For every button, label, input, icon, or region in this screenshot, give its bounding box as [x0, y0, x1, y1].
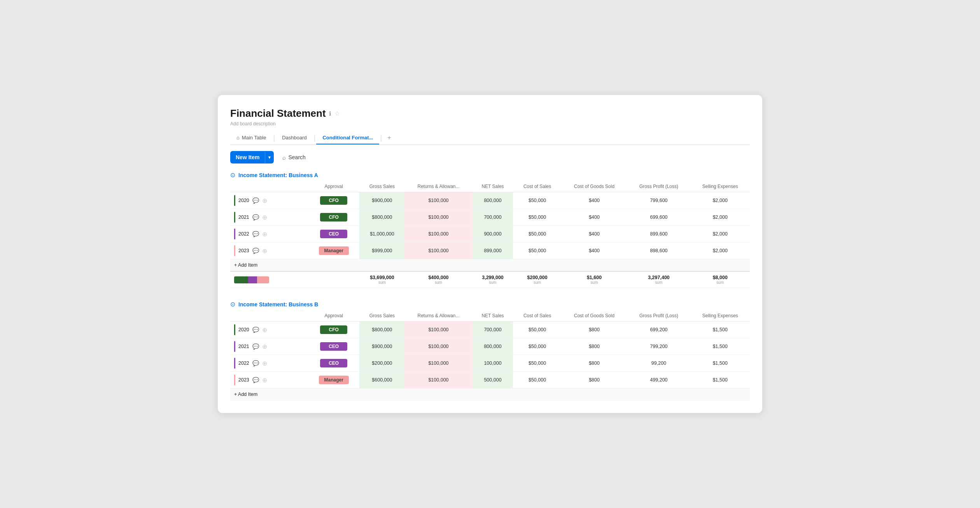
cell-selling-exp: $1,500: [691, 322, 750, 338]
table-row: 2020 💬 ⊕ CFO $800,000 $100,000 700,000 $…: [230, 322, 750, 338]
cell-year: 2022 💬 ⊕: [230, 226, 308, 243]
cell-year: 2020 💬 ⊕: [230, 192, 308, 209]
board-description[interactable]: Add board description: [230, 121, 750, 127]
section-business-a: ⊙ Income Statement: Business A Approval …: [230, 171, 750, 288]
cell-gross-profit: 799,600: [627, 192, 690, 209]
tab-main-table[interactable]: ⌂ Main Table: [230, 132, 273, 144]
col-header-net-sales-a: NET Sales: [472, 181, 513, 192]
col-header-selling-b: Selling Expenses: [691, 310, 750, 322]
cell-net-sales: 800,000: [472, 338, 513, 355]
section-title-a: Income Statement: Business A: [238, 172, 318, 178]
col-header-returns-b: Returns & Allowan...: [404, 310, 472, 322]
col-header-approval-a: Approval: [308, 181, 359, 192]
comment-icon[interactable]: 💬: [252, 360, 259, 366]
cell-cost-sales: $50,000: [513, 338, 561, 355]
cell-net-sales: 899,000: [472, 243, 513, 259]
cell-cost-goods: $800: [562, 338, 627, 355]
summary-approval-spacer: [308, 271, 359, 288]
cell-net-sales: 500,000: [472, 372, 513, 388]
table-header-row-b: Approval Gross Sales Returns & Allowan..…: [230, 310, 750, 322]
cell-cost-sales: $50,000: [513, 226, 561, 243]
chevron-a-icon[interactable]: ⊙: [230, 171, 235, 179]
add-icon[interactable]: ⊕: [262, 326, 267, 334]
cell-gross-profit: 799,200: [627, 338, 690, 355]
page-title: Financial Statement: [230, 107, 326, 120]
cell-cost-goods: $800: [562, 372, 627, 388]
cell-year: 2023 💬 ⊕: [230, 243, 308, 259]
add-icon[interactable]: ⊕: [262, 376, 267, 384]
add-icon[interactable]: ⊕: [262, 360, 267, 367]
add-icon[interactable]: ⊕: [262, 343, 267, 350]
cell-approval: Manager: [308, 372, 359, 388]
approval-badge: Manager: [319, 246, 349, 255]
add-item-row[interactable]: + Add Item: [230, 388, 750, 401]
new-item-button[interactable]: New Item ▾: [230, 151, 274, 163]
cell-cost-goods: $400: [562, 226, 627, 243]
cell-selling-exp: $2,000: [691, 243, 750, 259]
tab-dashboard[interactable]: Dashboard: [276, 132, 313, 144]
search-button[interactable]: ⌕ Search: [278, 152, 309, 163]
col-header-cost-sales-b: Cost of Sales: [513, 310, 561, 322]
col-header-net-sales-b: NET Sales: [472, 310, 513, 322]
cell-gross-sales: $1,000,000: [359, 226, 404, 243]
approval-badge: Manager: [319, 376, 349, 384]
comment-icon[interactable]: 💬: [252, 343, 259, 350]
add-icon[interactable]: ⊕: [262, 247, 267, 255]
cell-net-sales: 100,000: [472, 355, 513, 372]
cell-gross-sales: $999,000: [359, 243, 404, 259]
comment-icon[interactable]: 💬: [252, 214, 259, 220]
approval-badge: CEO: [320, 230, 347, 238]
col-header-year-a: [230, 181, 308, 192]
approval-badge: CFO: [320, 325, 347, 334]
cell-gross-sales: $900,000: [359, 338, 404, 355]
approval-badge: CFO: [320, 196, 347, 205]
cell-approval: CFO: [308, 209, 359, 226]
info-icon[interactable]: ℹ: [329, 110, 331, 117]
cell-returns: $100,000: [404, 338, 472, 355]
add-item-row[interactable]: + Add Item: [230, 259, 750, 272]
cell-gross-profit: 898,600: [627, 243, 690, 259]
cell-selling-exp: $2,000: [691, 192, 750, 209]
col-header-selling-a: Selling Expenses: [691, 181, 750, 192]
add-icon[interactable]: ⊕: [262, 230, 267, 238]
cell-selling-exp: $2,000: [691, 209, 750, 226]
approval-badge: CFO: [320, 213, 347, 221]
col-header-cost-sales-a: Cost of Sales: [513, 181, 561, 192]
tab-add-button[interactable]: +: [383, 131, 396, 144]
cell-cost-goods: $800: [562, 355, 627, 372]
summary-color-cell: [230, 271, 308, 288]
comment-icon[interactable]: 💬: [252, 197, 259, 204]
section-header-b: ⊙ Income Statement: Business B: [230, 301, 750, 308]
tabs-row: ⌂ Main Table | Dashboard | Conditional F…: [230, 131, 750, 145]
cell-net-sales: 700,000: [472, 322, 513, 338]
search-label: Search: [288, 154, 305, 160]
page-title-row: Financial Statement ℹ ☆: [230, 107, 750, 120]
comment-icon[interactable]: 💬: [252, 327, 259, 333]
add-icon[interactable]: ⊕: [262, 214, 267, 221]
summary-cost-sales: $200,000 sum: [513, 271, 561, 288]
cell-returns: $100,000: [404, 192, 472, 209]
add-icon[interactable]: ⊕: [262, 197, 267, 204]
cell-approval: CFO: [308, 192, 359, 209]
cell-year: 2021 💬 ⊕: [230, 209, 308, 226]
new-item-caret[interactable]: ▾: [265, 152, 274, 163]
comment-icon[interactable]: 💬: [252, 248, 259, 254]
col-header-gross-profit-b: Gross Profit (Loss): [627, 310, 690, 322]
cell-cost-sales: $50,000: [513, 209, 561, 226]
comment-icon[interactable]: 💬: [252, 377, 259, 383]
cell-cost-sales: $50,000: [513, 372, 561, 388]
cell-returns: $100,000: [404, 322, 472, 338]
cell-year: 2021 💬 ⊕: [230, 338, 308, 355]
search-icon: ⌕: [282, 154, 286, 161]
add-item-label[interactable]: + Add Item: [230, 388, 750, 401]
table-header-row-a: Approval Gross Sales Returns & Allowan..…: [230, 181, 750, 192]
comment-icon[interactable]: 💬: [252, 231, 259, 237]
add-item-label[interactable]: + Add Item: [230, 259, 750, 272]
cell-year: 2020 💬 ⊕: [230, 322, 308, 338]
cell-cost-goods: $400: [562, 243, 627, 259]
chevron-b-icon[interactable]: ⊙: [230, 301, 235, 308]
star-icon[interactable]: ☆: [334, 110, 340, 117]
table-row: 2023 💬 ⊕ Manager $999,000 $100,000 899,0…: [230, 243, 750, 259]
tab-conditional-format[interactable]: Conditional Format...: [316, 132, 379, 144]
cell-gross-profit: 699,600: [627, 209, 690, 226]
